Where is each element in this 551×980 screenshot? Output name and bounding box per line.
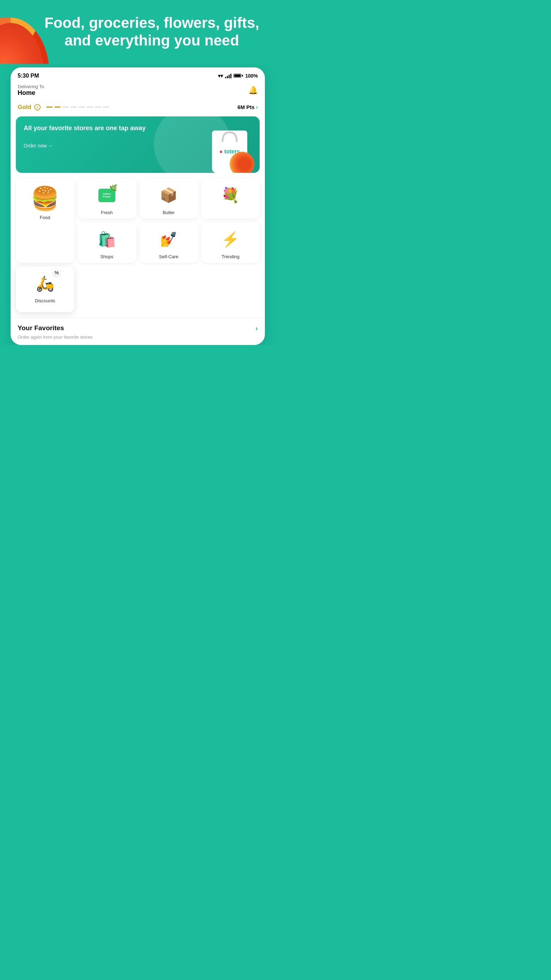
progress-dot-3 <box>62 107 69 108</box>
food-label: Food <box>40 215 51 220</box>
gold-progress-dots <box>46 107 109 108</box>
flowers-icon: 💐 <box>218 183 243 208</box>
delivering-to-label: Delivering To <box>18 84 44 89</box>
category-grid: 🍔 Food totersFresh 🌿 Fresh 📦 Butler 💐 <box>11 178 265 318</box>
progress-dot-7 <box>95 107 101 108</box>
category-selfcare[interactable]: 💅 Self-Care <box>140 222 198 263</box>
selfcare-icon: 💅 <box>156 227 181 252</box>
location-text: Delivering To Home <box>18 84 44 97</box>
banner-grapefruit <box>229 152 254 173</box>
points-display[interactable]: 6M Pts › <box>237 104 258 110</box>
favorites-header[interactable]: Your Favorites › <box>18 321 258 334</box>
progress-dot-5 <box>79 107 85 108</box>
favorites-subtitle: Order again from your favorite stores <box>18 334 258 340</box>
progress-dot-6 <box>87 107 93 108</box>
location-header: Delivering To Home 🔔 <box>11 82 265 101</box>
discounts-label: Discounts <box>35 298 55 303</box>
points-chevron-icon: › <box>256 104 258 110</box>
points-value: 6M Pts <box>237 104 254 110</box>
progress-dot-8 <box>103 107 109 108</box>
butler-label: Butler <box>162 210 175 215</box>
fresh-icon: totersFresh 🌿 <box>94 183 119 208</box>
location-value: Home <box>18 89 44 97</box>
favorites-title: Your Favorites <box>18 324 64 332</box>
selfcare-label: Self-Care <box>159 254 178 259</box>
progress-dot-2 <box>54 107 61 108</box>
trending-icon: ⚡ <box>218 227 243 252</box>
food-icon: 🍔 <box>31 185 59 213</box>
bottom-teal-area <box>0 345 276 366</box>
favorites-chevron-icon[interactable]: › <box>255 324 258 332</box>
signal-icon <box>225 73 231 78</box>
trending-label: Trending <box>221 254 239 259</box>
battery-percentage: 100% <box>245 73 258 79</box>
banner-bag-illustration: ● toters <box>205 120 254 173</box>
progress-dot-4 <box>70 107 77 108</box>
status-time: 5:30 PM <box>18 73 39 79</box>
progress-dot-1 <box>46 107 53 108</box>
category-flowers[interactable]: 💐 <box>201 178 260 219</box>
banner-headline: All your favorite stores are one tap awa… <box>24 124 149 132</box>
category-butler[interactable]: 📦 Butler <box>140 178 198 219</box>
hero-title: Food, groceries, flowers, gifts, and eve… <box>11 14 265 57</box>
gold-info-icon[interactable]: i <box>34 104 41 110</box>
promo-banner[interactable]: All your favorite stores are one tap awa… <box>16 116 260 173</box>
favorites-section: Your Favorites › Order again from your f… <box>11 318 265 345</box>
hero-section: Food, groceries, flowers, gifts, and eve… <box>0 0 276 64</box>
category-fresh[interactable]: totersFresh 🌿 Fresh <box>78 178 136 219</box>
category-trending[interactable]: ⚡ Trending <box>201 222 260 263</box>
notification-bell-icon[interactable]: 🔔 <box>248 86 258 95</box>
category-discounts[interactable]: 🛵 % Discounts <box>16 266 74 312</box>
phone-card: 5:30 PM ▾▾ 100% Delivering To <box>11 67 265 345</box>
shops-label: Shops <box>100 254 113 259</box>
battery-icon <box>234 74 243 78</box>
gold-tier-row: Gold i 6M Pts › <box>11 101 265 116</box>
gold-tier-left: Gold i <box>18 104 109 111</box>
fresh-label: Fresh <box>101 210 113 215</box>
shops-icon: 🛍️ <box>94 227 119 252</box>
status-icons: ▾▾ 100% <box>218 73 258 79</box>
discounts-icon: 🛵 % <box>33 271 57 296</box>
wifi-icon: ▾▾ <box>218 73 223 79</box>
status-bar: 5:30 PM ▾▾ 100% <box>11 67 265 82</box>
gold-label: Gold <box>18 104 32 111</box>
butler-icon: 📦 <box>156 183 181 208</box>
category-food[interactable]: 🍔 Food <box>16 178 74 263</box>
category-shops[interactable]: 🛍️ Shops <box>78 222 136 263</box>
